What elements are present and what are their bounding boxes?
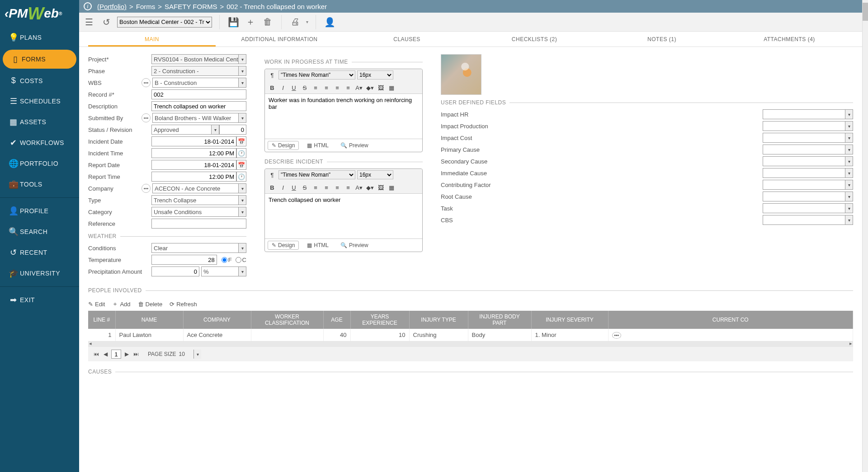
nav-tools[interactable]: 💼TOOLS <box>0 174 79 195</box>
align-left-icon[interactable]: ≡ <box>311 183 320 192</box>
report-date-input[interactable] <box>151 160 236 170</box>
size-select[interactable]: 16px <box>357 170 393 179</box>
align-center-icon[interactable]: ≡ <box>322 183 331 192</box>
page-size-select[interactable]: 10 <box>179 350 201 359</box>
rte-html-tab[interactable]: ▦ HTML <box>303 241 332 250</box>
nav-costs[interactable]: $COSTS <box>0 70 79 91</box>
calendar-icon[interactable]: 📅 <box>236 136 246 146</box>
col-years[interactable]: YEARS EXPERIENCE <box>350 311 409 329</box>
italic-icon[interactable]: I <box>278 183 288 192</box>
text-color-icon[interactable]: A▾ <box>354 183 363 192</box>
nav-schedules[interactable]: ☰SCHEDULES <box>0 91 79 112</box>
nav-assets[interactable]: ▦ASSETS <box>0 112 79 132</box>
col-name[interactable]: NAME <box>115 311 183 329</box>
tab-clauses[interactable]: CLAUSES <box>343 32 471 47</box>
udf-task-select[interactable] <box>763 203 853 213</box>
clock-icon[interactable]: 🕐 <box>236 148 246 158</box>
submitted-picker-icon[interactable]: ••• <box>142 113 151 122</box>
tab-main[interactable]: MAIN <box>88 32 216 47</box>
col-injury[interactable]: INJURY TYPE <box>409 311 468 329</box>
format-icon[interactable]: ¶ <box>268 70 277 79</box>
edit-button[interactable]: ✎ Edit <box>88 300 105 308</box>
add-button[interactable]: ＋ Add <box>112 300 130 308</box>
history-icon[interactable]: ↺ <box>100 16 113 28</box>
rte-design-tab[interactable]: ✎ Design <box>268 241 299 250</box>
align-right-icon[interactable]: ≡ <box>333 183 342 192</box>
col-age[interactable]: AGE <box>323 311 350 329</box>
align-left-icon[interactable]: ≡ <box>311 83 320 92</box>
tab-notes[interactable]: NOTES (1) <box>598 32 726 47</box>
udf-hr-select[interactable] <box>763 109 853 119</box>
company-picker-icon[interactable]: ••• <box>142 184 151 193</box>
nav-plans[interactable]: 💡PLANS <box>0 27 79 48</box>
precip-unit-select[interactable]: % <box>201 266 246 276</box>
next-page-icon[interactable]: ▶ <box>124 351 130 357</box>
udf-immediate-select[interactable] <box>763 168 853 178</box>
italic-icon[interactable]: I <box>278 83 288 92</box>
wbs-picker-icon[interactable]: ••• <box>142 78 151 87</box>
wbs-select[interactable]: B - Construction <box>152 78 246 88</box>
temp-c-radio[interactable] <box>236 257 241 263</box>
last-page-icon[interactable]: ⏭ <box>132 351 140 357</box>
align-justify-icon[interactable]: ≡ <box>344 183 353 192</box>
col-body[interactable]: INJURED BODY PART <box>468 311 531 329</box>
company-select[interactable]: ACECON - Ace Concrete <box>152 183 246 193</box>
breadcrumb-portfolio[interactable]: (Portfolio) <box>97 3 127 10</box>
nav-workflows[interactable]: ✔WORKFLOWS <box>0 132 79 153</box>
incident-photo[interactable] <box>441 54 481 95</box>
temp-input[interactable] <box>151 255 217 265</box>
user-icon[interactable]: 👤 <box>323 16 336 28</box>
align-right-icon[interactable]: ≡ <box>333 83 342 92</box>
font-select[interactable]: "Times New Roman" <box>278 70 355 79</box>
refresh-button[interactable]: ⟳ Refresh <box>170 300 197 308</box>
image-icon[interactable]: 🖼 <box>376 183 385 192</box>
first-page-icon[interactable]: ⏮ <box>93 351 100 357</box>
bold-icon[interactable]: B <box>268 83 277 92</box>
temp-f-radio[interactable] <box>222 257 227 263</box>
highlight-icon[interactable]: ◆▾ <box>365 183 374 192</box>
describe-text[interactable]: Trench collapsed on worker <box>265 194 422 239</box>
col-line[interactable]: LINE # <box>88 311 115 329</box>
udf-prod-select[interactable] <box>763 121 853 131</box>
tab-additional[interactable]: ADDITIONAL INFORMATION <box>216 32 343 47</box>
category-select[interactable]: Unsafe Conditions <box>151 207 246 217</box>
submitted-select[interactable]: Boland Brothers - Will Walker <box>152 113 246 123</box>
print-icon[interactable]: 🖨 <box>289 16 302 28</box>
prev-page-icon[interactable]: ◀ <box>103 351 108 357</box>
size-select[interactable]: 16px <box>357 70 393 79</box>
incident-date-input[interactable] <box>151 136 236 146</box>
table-row[interactable]: 1 Paul Lawton Ace Concrete 40 10 Crushin… <box>88 329 853 341</box>
record-input[interactable] <box>151 89 246 99</box>
wip-text[interactable]: Worker was in foundation trench working … <box>265 94 422 139</box>
status-select[interactable]: Approved <box>151 125 219 135</box>
rte-preview-tab[interactable]: 🔍 Preview <box>337 141 372 150</box>
type-select[interactable]: Trench Collapse <box>151 195 246 205</box>
nav-portfolio[interactable]: 🌐PORTFOLIO <box>0 153 79 174</box>
calendar-icon[interactable]: 📅 <box>236 160 246 170</box>
report-time-input[interactable] <box>151 172 236 182</box>
bold-icon[interactable]: B <box>268 183 277 192</box>
row-more-icon[interactable]: ••• <box>612 332 622 339</box>
page-input[interactable] <box>111 350 121 359</box>
rte-preview-tab[interactable]: 🔍 Preview <box>337 241 372 250</box>
font-select[interactable]: "Times New Roman" <box>278 170 355 179</box>
nav-forms[interactable]: ▯FORMS <box>3 50 76 69</box>
table-icon[interactable]: ▦ <box>387 183 396 192</box>
delete-icon[interactable]: 🗑 <box>261 16 274 28</box>
udf-cbs-select[interactable] <box>763 215 853 225</box>
udf-contributing-select[interactable] <box>763 180 853 190</box>
col-current[interactable]: CURRENT CO <box>608 311 853 329</box>
project-select[interactable]: RVS0104 - Boston Medical Center <box>151 54 246 64</box>
col-class[interactable]: WORKER CLASSIFICATION <box>251 311 323 329</box>
print-dropdown-icon[interactable]: ▾ <box>306 19 308 24</box>
nav-university[interactable]: 🎓UNIVERSITY <box>0 263 79 284</box>
nav-search[interactable]: 🔍SEARCH <box>0 221 79 242</box>
breadcrumb-safety[interactable]: SAFETY FORMS <box>165 3 217 10</box>
horizontal-scrollbar[interactable] <box>88 341 853 347</box>
delete-button[interactable]: 🗑 Delete <box>138 300 163 308</box>
clock-icon[interactable]: 🕐 <box>236 172 246 182</box>
udf-root-select[interactable] <box>763 192 853 201</box>
list-view-icon[interactable]: ☰ <box>83 16 95 28</box>
col-company[interactable]: COMPANY <box>183 311 251 329</box>
strike-icon[interactable]: S <box>300 83 309 92</box>
